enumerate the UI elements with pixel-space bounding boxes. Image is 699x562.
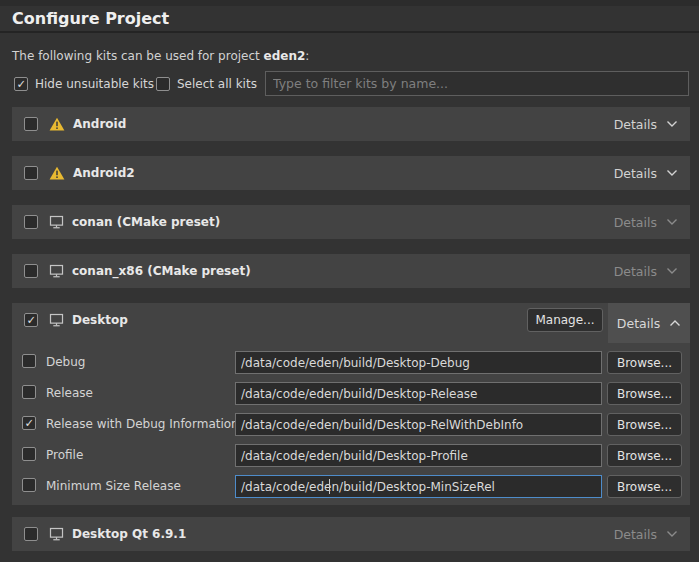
warning-icon: [49, 166, 65, 180]
chevron-up-icon: [669, 319, 681, 327]
checkbox-icon[interactable]: [14, 77, 28, 91]
config-checkbox[interactable]: [22, 416, 36, 430]
warning-icon: [49, 117, 65, 131]
kit-checkbox[interactable]: [24, 264, 38, 278]
text-caret: [329, 479, 330, 494]
config-label: Release with Debug Information: [46, 417, 239, 431]
details-button[interactable]: Details: [614, 215, 678, 230]
window-top-edge: [0, 0, 699, 6]
build-dir-field: [235, 351, 602, 374]
details-button[interactable]: Details: [614, 166, 678, 181]
details-label: Details: [614, 527, 657, 542]
config-label: Release: [46, 386, 93, 400]
kit-name: conan (CMake preset): [72, 215, 220, 229]
build-dir-field-focused: [235, 475, 602, 498]
browse-button[interactable]: Browse...: [607, 475, 682, 498]
build-config-row-relwithdebinfo: Release with Debug Information Browse...: [12, 413, 690, 436]
chevron-down-icon: [666, 218, 678, 226]
build-dir-input[interactable]: [235, 413, 602, 436]
build-dir-input[interactable]: [235, 351, 602, 374]
build-dir-input[interactable]: [235, 475, 602, 498]
kit-name: Desktop Qt 6.9.1: [72, 527, 186, 541]
kit-checkbox[interactable]: [24, 527, 38, 541]
build-config-row-release: Release Browse...: [12, 382, 690, 405]
kit-checkbox[interactable]: [24, 313, 38, 327]
details-button[interactable]: Details: [614, 264, 678, 279]
browse-button[interactable]: Browse...: [607, 444, 682, 467]
kit-name: conan_x86 (CMake preset): [72, 264, 251, 278]
kit-name: Desktop: [72, 313, 128, 327]
kit-row-conan-x86: conan_x86 (CMake preset) Details: [12, 254, 690, 288]
desktop-icon: [49, 313, 64, 328]
chevron-down-icon: [666, 169, 678, 177]
kit-row-android: Android Details: [12, 107, 690, 141]
build-config-row-profile: Profile Browse...: [12, 444, 690, 467]
hide-unsuitable-kits-label: Hide unsuitable kits: [35, 77, 154, 91]
kit-checkbox[interactable]: [24, 117, 38, 131]
select-all-kits-label: Select all kits: [177, 77, 257, 91]
project-name: eden2: [264, 49, 306, 63]
details-label: Details: [614, 117, 657, 132]
kit-checkbox[interactable]: [24, 166, 38, 180]
chevron-down-icon: [666, 267, 678, 275]
browse-button[interactable]: Browse...: [607, 382, 682, 405]
browse-button[interactable]: Browse...: [607, 351, 682, 374]
desktop-icon: [49, 264, 64, 279]
config-checkbox[interactable]: [22, 354, 36, 368]
config-label: Debug: [46, 355, 85, 369]
config-checkbox[interactable]: [22, 447, 36, 461]
build-dir-field: [235, 413, 602, 436]
kit-name: Android2: [73, 166, 135, 180]
build-dir-input[interactable]: [235, 444, 602, 467]
kits-intro-text: The following kits can be used for proje…: [12, 49, 309, 63]
build-config-row-debug: Debug Browse...: [12, 351, 690, 374]
kit-row-desktop: Desktop Manage... Details: [12, 303, 690, 337]
kit-name: Android: [73, 117, 126, 131]
build-config-row-minsizerel: Minimum Size Release Browse...: [12, 475, 690, 498]
kit-card-desktop: Desktop Manage... Details Debug Browse..…: [12, 303, 690, 505]
config-checkbox[interactable]: [22, 385, 36, 399]
checkbox-icon[interactable]: [156, 77, 170, 91]
chevron-down-icon: [666, 120, 678, 128]
details-label: Details: [617, 316, 660, 331]
kit-row-conan: conan (CMake preset) Details: [12, 205, 690, 239]
kit-row-desktop-qt-691: Desktop Qt 6.9.1 Details: [12, 517, 690, 551]
browse-button[interactable]: Browse...: [607, 413, 682, 436]
intro-suffix: :: [305, 49, 309, 63]
desktop-icon: [49, 527, 64, 542]
build-dir-input[interactable]: [235, 382, 602, 405]
page-title: Configure Project: [12, 9, 169, 28]
build-dir-field: [235, 382, 602, 405]
details-button[interactable]: Details: [614, 527, 678, 542]
chevron-down-icon: [666, 530, 678, 538]
config-label: Minimum Size Release: [46, 479, 181, 493]
manage-kits-button[interactable]: Manage...: [527, 308, 603, 332]
kit-filter-input[interactable]: [265, 71, 689, 96]
config-label: Profile: [46, 448, 83, 462]
kit-row-android2: Android2 Details: [12, 156, 690, 190]
config-checkbox[interactable]: [22, 478, 36, 492]
details-label: Details: [614, 166, 657, 181]
build-dir-field: [235, 444, 602, 467]
kit-checkbox[interactable]: [24, 215, 38, 229]
details-label: Details: [614, 264, 657, 279]
details-button[interactable]: Details: [614, 117, 678, 132]
details-label: Details: [614, 215, 657, 230]
desktop-icon: [49, 215, 64, 230]
intro-prefix: The following kits can be used for proje…: [12, 49, 264, 63]
title-divider: [0, 31, 699, 33]
select-all-kits-checkbox[interactable]: Select all kits: [156, 77, 257, 91]
configure-project-page: Configure Project The following kits can…: [0, 0, 699, 562]
hide-unsuitable-kits-checkbox[interactable]: Hide unsuitable kits: [14, 77, 154, 91]
details-button-expanded[interactable]: Details: [608, 303, 690, 343]
